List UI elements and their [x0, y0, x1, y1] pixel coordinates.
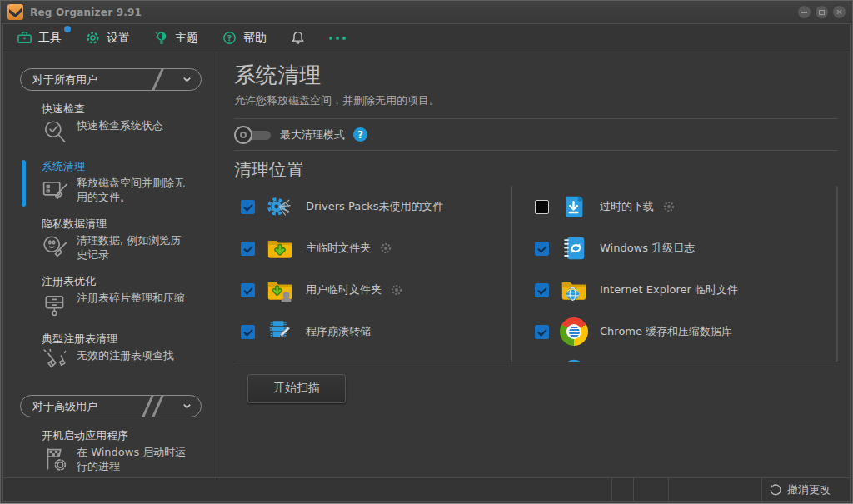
crash-dump-icon [266, 317, 294, 346]
brushes-icon [42, 348, 70, 377]
cleanup-row-partial [528, 352, 838, 362]
menu-settings[interactable]: 设置 [85, 30, 130, 46]
chrome-icon [560, 317, 588, 346]
settings-gear-icon[interactable] [390, 283, 403, 297]
monitor-broom-icon [42, 176, 70, 204]
sidebar-item-system-cleanup[interactable]: 系统清理 释放磁盘空间并删除无用的文件。 [3, 159, 217, 204]
app-frame: 工具 设置 [2, 23, 851, 502]
content-area: 对于所有用户 快速检查 [3, 52, 850, 477]
footprint-broom-icon [42, 233, 70, 262]
checkbox[interactable] [535, 325, 549, 339]
gear-icon [85, 30, 101, 46]
cleanup-row-main-temp: 主临时文件夹 [234, 227, 511, 269]
settings-gear-icon[interactable] [662, 200, 676, 213]
magnifier-check-icon [42, 118, 70, 147]
cleanup-row-crash-dumps: 程序崩溃转储 [234, 311, 511, 352]
sidebar-item-quick-check[interactable]: 快速检查 快速检查系统状态 [3, 102, 217, 147]
max-clean-toggle[interactable] [234, 126, 272, 144]
page-title: 系统清理 [234, 61, 838, 89]
cleanup-row-old-downloads: 过时的下载 [528, 186, 838, 227]
menu-tools[interactable]: 工具 [17, 30, 62, 46]
title-bar: Reg Organizer 9.91 ✕ [1, 1, 852, 23]
menu-help[interactable]: ? 帮助 [222, 30, 267, 46]
user-temp-folder-icon [266, 276, 294, 304]
sidebar-item-privacy-cleanup[interactable]: 隐私数据清理 清理数据, 例如浏览历史 [3, 217, 217, 262]
help-icon[interactable]: ? [353, 127, 367, 142]
menu-more[interactable] [329, 37, 346, 40]
close-button[interactable]: ✕ [833, 6, 846, 18]
briefcase-icon [17, 30, 32, 46]
divider [234, 150, 838, 151]
temp-folder-icon [266, 234, 294, 262]
maximize-button[interactable] [816, 6, 828, 18]
folder-icon [266, 355, 294, 362]
ellipsis-icon [329, 37, 346, 40]
checkbox[interactable] [241, 325, 255, 339]
minimize-button[interactable] [798, 6, 811, 18]
ie-temp-folder-icon [560, 276, 588, 304]
lightbulb-icon [153, 30, 169, 46]
cleanup-row-user-temp: 用户临时文件夹 [234, 269, 511, 311]
checkbox[interactable] [535, 283, 549, 297]
help-circle-icon: ? [222, 30, 237, 46]
chevron-down-icon [182, 401, 192, 412]
page-subtitle: 允许您释放磁盘空间，并删除无用的项目。 [234, 93, 838, 108]
menu-bar: 工具 设置 [3, 24, 850, 52]
checkbox[interactable] [241, 283, 255, 297]
blue-circle-icon [560, 355, 588, 362]
column-divider [511, 186, 512, 362]
divider [234, 362, 838, 362]
cleanup-column-left: Drivers Packs未使用的文件 主临时文件夹 [234, 186, 511, 362]
settings-gear-icon[interactable] [379, 242, 392, 255]
max-clean-row: 最大清理模式 ? [234, 119, 838, 150]
app-window: Reg Organizer 9.91 ✕ 工具 [0, 0, 853, 504]
start-scan-button[interactable]: 开始扫描 [247, 374, 346, 403]
status-cell [611, 478, 633, 501]
undo-icon [769, 483, 782, 497]
cleanup-row-ie-temp: Internet Explorer 临时文件 [528, 269, 838, 311]
status-cell [633, 478, 668, 501]
status-cell [668, 478, 761, 501]
scrollbar[interactable] [836, 186, 838, 362]
upgrade-log-notebook-icon [560, 234, 588, 262]
svg-text:?: ? [227, 33, 232, 42]
undo-changes-button[interactable]: 撤消更改 [761, 478, 850, 501]
sidebar-item-registry-optimize[interactable]: 注册表优化 注册表碎片整理和压缩 [3, 274, 217, 319]
app-logo-icon [7, 4, 23, 20]
sidebar-item-startup-apps[interactable]: 开机启动应用程序 [3, 428, 217, 473]
registry-cabinet-icon [42, 291, 70, 319]
sidebar-item-typical-registry-cleanup[interactable]: 典型注册表清理 无效的注册表项查找 [3, 332, 217, 377]
group-header-advanced-users[interactable]: 对于高级用户 [20, 395, 202, 417]
window-title: Reg Organizer 9.91 [30, 7, 142, 18]
chevron-down-icon [182, 74, 192, 85]
checkbox[interactable] [535, 200, 549, 214]
menu-themes[interactable]: 主题 [153, 30, 198, 46]
cleanup-list: Drivers Packs未使用的文件 主临时文件夹 [234, 186, 838, 362]
cleanup-column-right: 过时的下载 [511, 186, 838, 362]
sidebar: 对于所有用户 快速检查 [3, 52, 217, 477]
main-panel: 系统清理 允许您释放磁盘空间，并删除无用的项目。 最大清理模式 ? 清理位置 [217, 52, 850, 477]
drivers-pack-icon [266, 192, 294, 221]
flag-gear-icon [42, 445, 70, 473]
notification-dot [64, 26, 71, 32]
group-header-all-users[interactable]: 对于所有用户 [20, 68, 202, 91]
section-title: 清理位置 [234, 158, 838, 182]
status-bar: 撤消更改 [3, 477, 850, 501]
bell-icon [290, 30, 306, 46]
notifications-bell[interactable] [290, 30, 306, 46]
cleanup-row-chrome-cache: Chrome 缓存和压缩数据库 [528, 311, 838, 352]
cleanup-row-drivers-packs: Drivers Packs未使用的文件 [234, 186, 511, 227]
checkbox[interactable] [241, 200, 255, 214]
checkbox[interactable] [241, 242, 255, 256]
cleanup-row-partial [234, 352, 511, 362]
max-clean-label: 最大清理模式 [280, 127, 345, 142]
cleanup-row-windows-upgrade-logs: Windows 升级日志 [528, 227, 838, 269]
old-downloads-icon [560, 192, 588, 221]
checkbox[interactable] [535, 242, 549, 256]
